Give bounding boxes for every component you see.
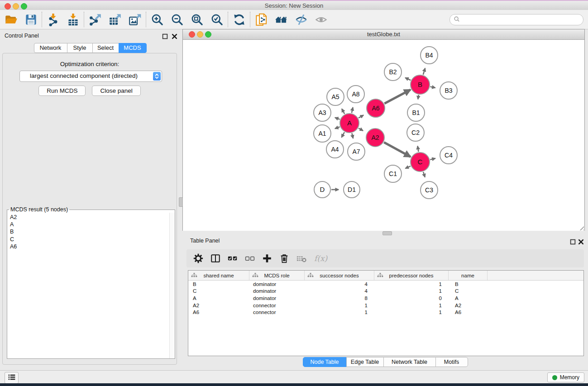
- graph-edge-C-C2[interactable]: [418, 146, 419, 152]
- column-header-shared-name[interactable]: shared name: [188, 271, 249, 280]
- tab-motifs[interactable]: Motifs: [435, 357, 468, 367]
- graph-edge-B-B1[interactable]: [418, 95, 418, 100]
- tab-mcds[interactable]: MCDS: [119, 43, 147, 53]
- graph-edge-B-B4[interactable]: [423, 68, 425, 75]
- export-image-icon[interactable]: [125, 11, 145, 28]
- graph-node-label-B2: B2: [389, 68, 397, 76]
- add-column-icon[interactable]: [261, 252, 273, 265]
- close-table-panel-icon[interactable]: [578, 238, 584, 244]
- export-table-icon[interactable]: [105, 11, 125, 28]
- graph-edge-A-A6[interactable]: [359, 115, 363, 118]
- graph-edge-A-A1[interactable]: [335, 127, 340, 129]
- save-session-icon[interactable]: [21, 11, 41, 28]
- memory-button[interactable]: Memory: [547, 372, 584, 382]
- mcds-result-item[interactable]: A6: [10, 243, 169, 250]
- gear-icon[interactable]: [192, 252, 205, 265]
- close-panel-button[interactable]: Close panel: [92, 86, 140, 96]
- delete-rows-icon[interactable]: [278, 252, 291, 265]
- table-cell: B: [449, 281, 488, 287]
- open-session-icon[interactable]: [1, 11, 21, 28]
- show-networks-home-icon[interactable]: [271, 11, 291, 28]
- graph-edge-A-A4[interactable]: [342, 132, 344, 138]
- table-row[interactable]: Bdominator41B: [188, 281, 583, 288]
- graph-edge-C-C4[interactable]: [430, 158, 435, 160]
- table-row[interactable]: Cdominator41C: [188, 288, 583, 295]
- export-network-icon[interactable]: [85, 11, 105, 28]
- dropdown-stepper-icon[interactable]: [153, 72, 161, 81]
- graph-edge-A2-C[interactable]: [384, 143, 411, 157]
- search-input[interactable]: [462, 15, 583, 24]
- import-table-icon[interactable]: [63, 11, 83, 28]
- graph-edge-C-C3[interactable]: [423, 172, 425, 177]
- mcds-result-item[interactable]: B: [10, 228, 169, 235]
- splitter-grip-left[interactable]: [179, 197, 183, 207]
- column-header-MCDS-role[interactable]: MCDS role: [249, 271, 305, 280]
- graph-node-label-A2: A2: [371, 134, 379, 141]
- status-bar: Memory: [0, 370, 588, 384]
- tab-network[interactable]: Network: [34, 43, 67, 53]
- import-network-icon[interactable]: [43, 11, 63, 28]
- mcds-result-item[interactable]: A2: [10, 214, 169, 221]
- table-row[interactable]: A6connector11A6: [188, 309, 583, 316]
- search-box[interactable]: [449, 14, 583, 25]
- table-cell: A: [449, 295, 488, 301]
- close-panel-icon[interactable]: [172, 33, 177, 39]
- mcds-result-list[interactable]: A2ABCA6: [7, 213, 169, 358]
- graph-edge-A-A5[interactable]: [342, 109, 344, 114]
- task-history-button[interactable]: [5, 372, 19, 384]
- table-cell: connector: [249, 303, 305, 308]
- split-columns-icon[interactable]: [209, 252, 222, 265]
- network-canvas[interactable]: AA1A2A3A4A5A6A7A8BB1B2B3B4CC1C2C3C4DD1: [183, 40, 584, 231]
- tab-select[interactable]: Select: [92, 43, 119, 53]
- show-graphics-details-icon[interactable]: [311, 11, 331, 28]
- graph-edge-A-A8[interactable]: [352, 107, 353, 113]
- zoom-selected-icon[interactable]: [207, 11, 227, 28]
- table-row[interactable]: A2connector11A2: [188, 302, 583, 309]
- table-row[interactable]: Adominator80A: [188, 295, 583, 302]
- graph-edge-B-B3[interactable]: [430, 87, 435, 88]
- table-body: Bdominator41BCdominator41CAdominator80AA…: [188, 281, 583, 316]
- zoom-in-icon[interactable]: [147, 11, 167, 28]
- float-panel-icon[interactable]: [162, 33, 168, 39]
- graph-edge-A6-B[interactable]: [384, 90, 410, 104]
- float-table-panel-icon[interactable]: [570, 238, 576, 244]
- tab-style[interactable]: Style: [67, 43, 93, 53]
- graph-node-label-C4: C4: [445, 152, 453, 159]
- zoom-out-icon[interactable]: [167, 11, 187, 28]
- delete-table-icon[interactable]: [295, 252, 308, 265]
- mcds-result-item[interactable]: A: [10, 221, 169, 228]
- column-header-successor-nodes[interactable]: successor nodes: [305, 271, 374, 280]
- graph-edge-B-B2[interactable]: [405, 78, 411, 81]
- graph-node-label-C2: C2: [411, 129, 420, 136]
- tab-network-table[interactable]: Network Table: [383, 357, 436, 367]
- session-title: Session: New Session: [0, 2, 588, 9]
- tab-edge-table[interactable]: Edge Table: [346, 357, 384, 367]
- fx-function-button[interactable]: f(x): [314, 254, 327, 263]
- graph-edge-A-A7[interactable]: [352, 133, 353, 138]
- desktop-background: [0, 383, 588, 386]
- criterion-dropdown[interactable]: largest connected component (directed): [19, 71, 162, 82]
- graph-node-label-B3: B3: [445, 87, 452, 94]
- hide-graphics-details-icon[interactable]: [291, 11, 311, 28]
- graph-node-label-B: B: [418, 81, 422, 88]
- network-window-titlebar[interactable]: testGlobe.txt: [183, 29, 584, 40]
- refresh-layout-icon[interactable]: [229, 11, 249, 28]
- mcds-result-item[interactable]: C: [10, 236, 169, 243]
- column-type-icon: [252, 273, 258, 278]
- tab-node-table[interactable]: Node Table: [303, 357, 347, 367]
- graph-node-label-A4: A4: [331, 146, 339, 153]
- run-mcds-button[interactable]: Run MCDS: [38, 86, 86, 96]
- graph-edge-A-A2[interactable]: [359, 128, 363, 131]
- select-all-icon[interactable]: [226, 252, 239, 265]
- column-header-predecessor-nodes[interactable]: predecessor nodes: [374, 271, 449, 280]
- graph-edge-C-C1[interactable]: [406, 166, 411, 168]
- clone-network-icon[interactable]: [251, 11, 271, 28]
- mcds-result-scrollbar[interactable]: [169, 213, 175, 358]
- toolbar-icon-group: [0, 10, 331, 29]
- toolbar-separator: [42, 12, 42, 27]
- graph-edge-A-A3[interactable]: [335, 118, 340, 119]
- table-cell: A2: [188, 303, 249, 308]
- deselect-all-icon[interactable]: [244, 252, 256, 265]
- zoom-fit-icon[interactable]: [187, 11, 207, 28]
- column-header-name[interactable]: name: [449, 271, 488, 280]
